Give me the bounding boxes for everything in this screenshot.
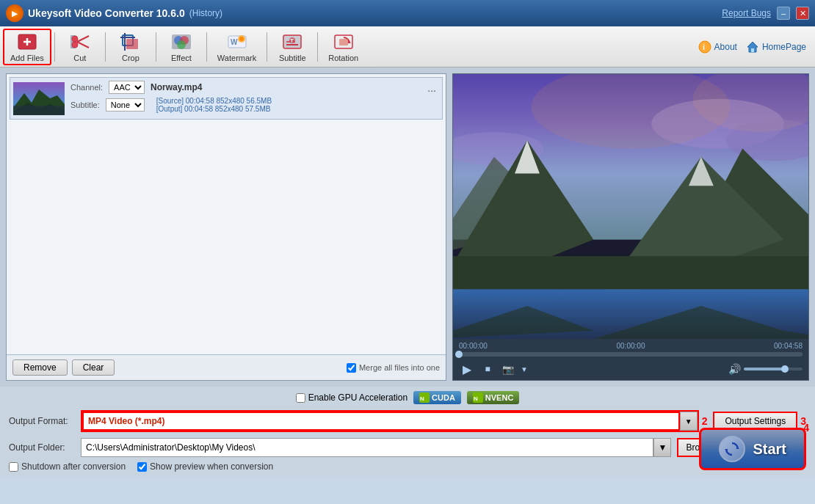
app-logo-icon: ▶ — [6, 4, 23, 22]
subtitle-select[interactable]: None — [106, 98, 145, 112]
source-info: [Source] 00:04:58 852x480 56.5MB — [156, 97, 272, 105]
gpu-checkbox-area: Enable GPU Acceleration — [296, 392, 408, 403]
output-format-field-container: MP4 Video (*.mp4) ▼ — [81, 410, 699, 432]
add-files-icon — [17, 32, 37, 52]
app-title: Ukeysoft Video Converter 10.6.0 — [28, 7, 185, 19]
watermark-icon: W — [227, 32, 247, 52]
minimize-button[interactable]: – — [777, 7, 790, 20]
subtitle-label-meta: Subtitle: — [70, 101, 100, 109]
clear-button[interactable]: Clear — [72, 359, 115, 376]
svg-point-6 — [72, 42, 78, 48]
homepage-label: HomePage — [762, 42, 806, 52]
volume-icon: 🔊 — [728, 363, 741, 375]
subtitle-icon: T — [282, 32, 303, 52]
svg-point-16 — [177, 40, 186, 49]
file-list-area: Channel: AAC Norway.mp4 Subtitle: None [… — [7, 74, 446, 354]
screenshot-dropdown[interactable]: ▼ — [521, 365, 528, 373]
svg-rect-12 — [126, 39, 138, 49]
gpu-label: Enable GPU Acceleration — [308, 392, 408, 403]
about-label: About — [714, 42, 737, 52]
file-thumbnail — [13, 82, 65, 115]
show-preview-option: Show preview when conversion — [137, 461, 273, 472]
format-badge: 2 — [702, 415, 708, 427]
report-bugs-link[interactable]: Report Bugs — [722, 8, 771, 18]
watermark-label: Watermark — [217, 54, 256, 62]
progress-bar[interactable] — [459, 352, 803, 357]
start-button-container: Start 4 — [699, 428, 806, 470]
time-middle: 00:00:00 — [617, 342, 645, 350]
time-end: 00:04:58 — [774, 342, 803, 350]
rotation-label: Rotation — [328, 54, 358, 62]
home-icon — [746, 40, 759, 54]
svg-text:T: T — [290, 37, 294, 44]
merge-checkbox-area: Merge all files into one — [347, 363, 440, 373]
rotation-button[interactable]: Rotation — [321, 29, 366, 65]
crop-button[interactable]: Crop — [109, 29, 153, 65]
start-button-label: Start — [753, 441, 786, 458]
stop-button[interactable]: ■ — [479, 361, 496, 377]
channel-select[interactable]: AAC — [109, 81, 145, 94]
play-button[interactable]: ▶ — [459, 361, 475, 377]
remove-button[interactable]: Remove — [12, 359, 68, 376]
crop-label: Crop — [122, 54, 140, 62]
show-preview-checkbox[interactable] — [137, 462, 147, 472]
effect-button[interactable]: Effect — [159, 29, 203, 65]
preview-video-area — [453, 74, 808, 339]
history-label: (History) — [189, 8, 222, 18]
output-format-display[interactable]: MP4 Video (*.mp4) — [82, 412, 680, 431]
subtitle-label: Subtitle — [279, 54, 306, 62]
close-button[interactable]: ✕ — [796, 7, 809, 20]
title-left: ▶ Ukeysoft Video Converter 10.6.0 (Histo… — [6, 4, 222, 22]
start-refresh-icon — [719, 436, 745, 462]
cut-icon — [70, 32, 90, 52]
preview-controls: 00:00:00 00:00:00 00:04:58 ▶ ■ 📷 ▼ 🔊 — [453, 339, 808, 380]
cuda-badge: N CUDA — [413, 391, 461, 404]
title-bar: ▶ Ukeysoft Video Converter 10.6.0 (Histo… — [0, 0, 815, 26]
shutdown-checkbox[interactable] — [9, 462, 18, 472]
shutdown-option: Shutdown after conversion — [9, 461, 126, 472]
toolbar-divider-5 — [267, 32, 267, 62]
add-files-label: Add Files — [10, 54, 44, 62]
svg-point-20 — [239, 37, 244, 41]
cut-button[interactable]: Cut — [58, 29, 102, 65]
screenshot-button[interactable]: 📷 — [500, 361, 516, 377]
start-button[interactable]: Start — [699, 428, 806, 470]
svg-text:i: i — [703, 43, 705, 51]
start-badge: 4 — [803, 422, 809, 434]
toolbar-divider-3 — [156, 32, 156, 62]
svg-line-8 — [77, 42, 89, 48]
watermark-button[interactable]: W Watermark — [210, 29, 264, 65]
nvenc-badge: N NVENC — [467, 391, 520, 404]
nvenc-label: NVENC — [485, 393, 514, 402]
output-format-label: Output Format: — [9, 416, 75, 426]
toolbar-right: i About HomePage — [698, 40, 812, 54]
output-format-dropdown[interactable]: ▼ — [680, 412, 698, 431]
title-controls: Report Bugs – ✕ — [722, 7, 809, 20]
add-files-button[interactable]: Add Files — [3, 29, 51, 65]
file-more-button[interactable]: ... — [424, 81, 439, 95]
volume-bar[interactable] — [744, 368, 803, 370]
merge-checkbox[interactable] — [347, 363, 356, 373]
file-meta-top-row: Channel: AAC Norway.mp4 — [70, 81, 419, 94]
output-folder-label: Output Folder: — [9, 442, 75, 453]
cut-label: Cut — [73, 54, 86, 62]
merge-label: Merge all files into one — [359, 363, 440, 372]
toolbar: Add Files Cut Crop — [0, 26, 815, 67]
svg-rect-29 — [339, 39, 348, 45]
show-preview-label: Show preview when conversion — [150, 461, 273, 472]
toolbar-divider-6 — [317, 32, 318, 62]
time-display-row: 00:00:00 00:00:00 00:04:58 — [459, 342, 803, 350]
output-folder-row: Output Folder: C:\Users\Administrator\De… — [9, 438, 806, 457]
folder-path-display[interactable]: C:\Users\Administrator\Desktop\My Videos… — [81, 438, 653, 457]
file-list-panel: Channel: AAC Norway.mp4 Subtitle: None [… — [6, 73, 446, 381]
file-meta-mid-row: Subtitle: None [Source] 00:04:58 852x480… — [70, 97, 419, 113]
subtitle-button[interactable]: T Subtitle — [270, 29, 314, 65]
preview-panel: 00:00:00 00:00:00 00:04:58 ▶ ■ 📷 ▼ 🔊 — [452, 73, 809, 381]
toolbar-divider-1 — [54, 32, 55, 62]
homepage-button[interactable]: HomePage — [746, 40, 806, 54]
main-content: Channel: AAC Norway.mp4 Subtitle: None [… — [0, 67, 815, 387]
gpu-acceleration-checkbox[interactable] — [296, 393, 305, 403]
file-list-footer: Remove Clear Merge all files into one — [7, 354, 446, 380]
about-button[interactable]: i About — [698, 40, 737, 54]
folder-path-dropdown[interactable]: ▼ — [653, 438, 671, 457]
